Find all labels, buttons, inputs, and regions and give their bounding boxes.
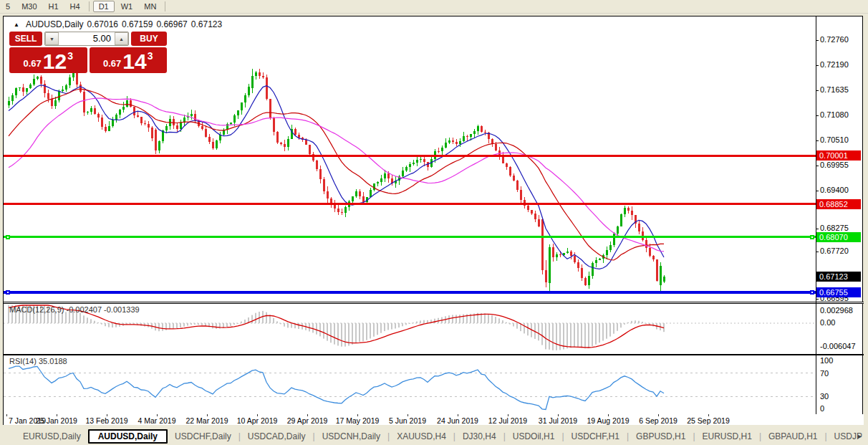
time-axis-label: 25 Sep 2019 [683,416,733,425]
one-click-trade-panel: SELL ▼ 5.00 ▲ BUY 0.67 12 3 0.67 14 3 [9,32,167,73]
level-price-tag: 0.66755 [816,287,861,297]
time-axis-label: 24 Jun 2019 [433,416,483,425]
sell-price-pipette: 3 [67,50,73,62]
macd-axis-label: 0.002968 [820,306,863,315]
tab-usdoil-h1[interactable]: USDOil,H1 [506,430,562,443]
rsi-axis-label: 30 [820,392,863,401]
buy-price-pipette: 3 [148,50,153,62]
timeframe-button-w1[interactable]: W1 [116,1,138,11]
time-axis-label: 22 Mar 2019 [182,416,232,425]
price-axis-tick [816,229,819,229]
price-axis-label: 0.72760 [820,35,863,44]
time-axis-label: 12 Jul 2019 [483,416,533,425]
ohlc-low: 0.66967 [156,19,187,29]
price-axis-tick [816,252,819,252]
level-price-tag: 0.68852 [816,199,861,209]
timeframe-button-d1[interactable]: D1 [93,1,115,12]
price-axis-label: 0.70510 [820,135,863,144]
price-axis-label: 0.71080 [820,110,863,119]
time-axis-label: 19 Aug 2019 [583,416,633,425]
rsi-axis-label: 100 [820,356,863,365]
tab-gbpaud-h1[interactable]: GBPAUD,H1 [761,430,824,443]
time-axis-label: 17 May 2019 [332,416,382,425]
rsi-panel-chart[interactable] [4,355,816,414]
price-axis-tick [816,191,819,191]
sell-price-pips: 12 [43,52,67,72]
price-axis-tick [816,166,819,166]
rsi-axis-label: 0 [820,404,863,413]
rsi-pane-splitter[interactable] [4,354,864,355]
volume-input[interactable]: 5.00 [59,32,115,45]
price-axis-label: 0.71635 [820,85,863,94]
price-axis-label: 0.72190 [820,60,863,69]
price-axis-tick [816,65,819,66]
sell-price-prefix: 0.67 [24,58,42,69]
volume-increase-icon[interactable]: ▲ [115,32,128,45]
sell-price-button[interactable]: 0.67 12 3 [9,47,87,73]
price-axis-tick [816,299,819,300]
collapse-trade-panel-icon[interactable]: ▲ [14,21,19,28]
time-axis-label: 13 Feb 2019 [82,416,132,425]
level-price-tag: 0.70001 [816,150,861,161]
current-price-tag: 0.67123 [816,272,861,282]
buy-price-prefix: 0.67 [103,58,121,69]
tab-audusd-daily[interactable]: AUDUSD,Daily [88,429,168,444]
chart-tabbar: EURUSD,DailyAUDUSD,DailyUSDCHF,Daily|USD… [0,427,868,445]
time-axis-label: 5 Jun 2019 [382,416,433,425]
moving-average-21 [9,89,664,260]
tab-usdchf-daily[interactable]: USDCHF,Daily [168,430,238,443]
tab-eurusd-h1[interactable]: EURUSD,H1 [695,430,759,443]
toolbar-separator [89,1,90,11]
buy-price-pips: 14 [122,52,146,72]
time-axis[interactable]: 7 Jan 201925 Jan 201913 Feb 20194 Mar 20… [4,414,864,425]
moving-average-8 [9,85,664,269]
tab-eurusd-daily[interactable]: EURUSD,Daily [16,430,88,443]
volume-decrease-icon[interactable]: ▼ [45,32,59,45]
macd-pane-splitter[interactable] [4,302,864,304]
timeframe-button-mn[interactable]: MN [139,1,161,11]
tab-usdcad-daily[interactable]: USDCAD,Daily [241,430,313,443]
time-axis-label: 25 Jan 2019 [32,416,82,425]
tab-xauusd-h4[interactable]: XAUUSD,H4 [390,430,453,443]
price-axis-label: 0.68275 [820,224,863,232]
timeframe-button-h1[interactable]: H1 [44,1,64,11]
timeframe-button-m30[interactable]: M30 [16,1,42,11]
timeframe-button-5[interactable]: 5 [1,1,15,11]
price-axis-tick [816,90,819,91]
macd-axis-label: 0.00 [820,318,863,327]
macd-axis-label: -0.006047 [820,342,863,350]
tab-usdcnh-daily[interactable]: USDCNH,Daily [315,430,387,443]
macd-indicator-label: MACD(12,26,9) -0.002407 -0.001339 [9,305,140,314]
ohlc-high: 0.67159 [122,19,153,29]
price-axis-tick [816,140,819,141]
buy-price-button[interactable]: 0.67 14 3 [90,47,168,73]
time-axis-label: 6 Sep 2019 [633,416,683,425]
time-axis-label: 4 Mar 2019 [132,416,182,425]
ohlc-open: 0.67016 [87,19,118,29]
price-axis-label: 0.67720 [820,247,863,255]
moving-average-34 [9,98,664,252]
tab-usdchf-h1[interactable]: USDCHF,H1 [564,430,627,443]
rsi-indicator-label: RSI(14) 35.0188 [9,357,67,365]
chart-ohlc-header: ▲ AUDUSD,Daily 0.67016 0.67159 0.66967 0… [14,19,222,29]
ohlc-close: 0.67123 [191,19,222,29]
level-price-tag: 0.68070 [816,232,861,242]
price-axis-divider [816,16,816,414]
chart-symbol-label: AUDUSD,Daily [26,19,84,29]
tab-gbpusd-h1[interactable]: GBPUSD,H1 [629,430,693,443]
price-axis-label: 0.69955 [820,161,863,169]
time-axis-label: 10 Apr 2019 [232,416,282,425]
tab-dj30-h4[interactable]: DJ30,H4 [455,430,503,443]
buy-button[interactable]: BUY [131,32,167,46]
chart-window: 0.727600.721900.716350.710800.705100.699… [3,16,863,425]
tabs-scroll-right-icon[interactable]: ► [854,433,866,440]
toolbar-separator [165,1,165,11]
price-axis-tick [816,40,819,41]
rsi-axis-label: 70 [820,369,863,378]
time-axis-label: 29 Apr 2019 [282,416,332,425]
sell-button[interactable]: SELL [9,32,42,46]
volume-stepper: ▼ 5.00 ▲ [44,32,129,46]
timeframe-toolbar: 5M30H1H4D1W1MN [0,0,868,14]
price-axis-tick [816,115,819,116]
timeframe-button-h4[interactable]: H4 [65,1,85,11]
